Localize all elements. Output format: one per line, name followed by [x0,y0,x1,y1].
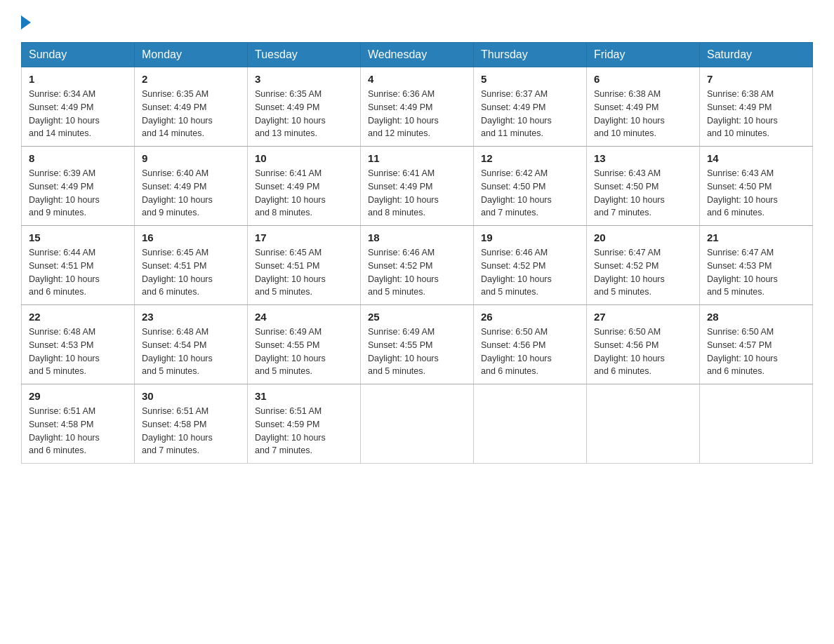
day-info: Sunrise: 6:43 AMSunset: 4:50 PMDaylight:… [707,168,778,217]
calendar-cell: 17 Sunrise: 6:45 AMSunset: 4:51 PMDaylig… [248,226,361,305]
calendar-table: SundayMondayTuesdayWednesdayThursdayFrid… [21,42,813,464]
weekday-header-friday: Friday [587,43,700,67]
day-number: 4 [368,73,466,85]
day-number: 1 [29,73,127,85]
day-number: 7 [707,73,805,85]
day-number: 14 [707,152,805,164]
day-info: Sunrise: 6:34 AMSunset: 4:49 PMDaylight:… [29,89,100,138]
week-row-2: 8 Sunrise: 6:39 AMSunset: 4:49 PMDayligh… [22,147,813,226]
day-number: 6 [594,73,692,85]
calendar-cell: 26 Sunrise: 6:50 AMSunset: 4:56 PMDaylig… [474,305,587,384]
day-info: Sunrise: 6:36 AMSunset: 4:49 PMDaylight:… [368,89,439,138]
day-info: Sunrise: 6:49 AMSunset: 4:55 PMDaylight:… [255,327,326,376]
day-info: Sunrise: 6:39 AMSunset: 4:49 PMDaylight:… [29,168,100,217]
weekday-header-saturday: Saturday [700,43,813,67]
day-number: 8 [29,152,127,164]
calendar-cell: 6 Sunrise: 6:38 AMSunset: 4:49 PMDayligh… [587,67,700,147]
page-header [21,14,813,29]
calendar-cell: 16 Sunrise: 6:45 AMSunset: 4:51 PMDaylig… [135,226,248,305]
day-number: 18 [368,232,466,243]
calendar-cell: 4 Sunrise: 6:36 AMSunset: 4:49 PMDayligh… [361,67,474,147]
calendar-cell: 3 Sunrise: 6:35 AMSunset: 4:49 PMDayligh… [248,67,361,147]
logo [21,14,31,29]
calendar-cell: 7 Sunrise: 6:38 AMSunset: 4:49 PMDayligh… [700,67,813,147]
day-number: 31 [255,390,353,402]
calendar-cell: 29 Sunrise: 6:51 AMSunset: 4:58 PMDaylig… [22,384,135,464]
calendar-cell: 25 Sunrise: 6:49 AMSunset: 4:55 PMDaylig… [361,305,474,384]
calendar-cell: 15 Sunrise: 6:44 AMSunset: 4:51 PMDaylig… [22,226,135,305]
day-info: Sunrise: 6:48 AMSunset: 4:54 PMDaylight:… [142,327,213,376]
calendar-cell: 23 Sunrise: 6:48 AMSunset: 4:54 PMDaylig… [135,305,248,384]
week-row-5: 29 Sunrise: 6:51 AMSunset: 4:58 PMDaylig… [22,384,813,464]
day-number: 28 [707,311,805,323]
calendar-cell [474,384,587,464]
calendar-cell: 28 Sunrise: 6:50 AMSunset: 4:57 PMDaylig… [700,305,813,384]
day-number: 29 [29,390,127,402]
day-number: 24 [255,311,353,323]
calendar-cell: 11 Sunrise: 6:41 AMSunset: 4:49 PMDaylig… [361,147,474,226]
day-number: 5 [481,73,579,85]
weekday-header-monday: Monday [135,43,248,67]
day-number: 16 [142,232,240,243]
day-number: 21 [707,232,805,243]
calendar-cell: 27 Sunrise: 6:50 AMSunset: 4:56 PMDaylig… [587,305,700,384]
day-info: Sunrise: 6:42 AMSunset: 4:50 PMDaylight:… [481,168,552,217]
calendar-cell: 8 Sunrise: 6:39 AMSunset: 4:49 PMDayligh… [22,147,135,226]
day-number: 15 [29,232,127,243]
day-number: 11 [368,152,466,164]
calendar-cell: 18 Sunrise: 6:46 AMSunset: 4:52 PMDaylig… [361,226,474,305]
calendar-cell: 12 Sunrise: 6:42 AMSunset: 4:50 PMDaylig… [474,147,587,226]
day-info: Sunrise: 6:51 AMSunset: 4:59 PMDaylight:… [255,406,326,455]
day-info: Sunrise: 6:38 AMSunset: 4:49 PMDaylight:… [594,89,665,138]
day-info: Sunrise: 6:37 AMSunset: 4:49 PMDaylight:… [481,89,552,138]
day-info: Sunrise: 6:41 AMSunset: 4:49 PMDaylight:… [255,168,326,217]
calendar-cell: 2 Sunrise: 6:35 AMSunset: 4:49 PMDayligh… [135,67,248,147]
calendar-cell [587,384,700,464]
day-number: 23 [142,311,240,323]
day-number: 12 [481,152,579,164]
day-info: Sunrise: 6:43 AMSunset: 4:50 PMDaylight:… [594,168,665,217]
calendar-cell: 10 Sunrise: 6:41 AMSunset: 4:49 PMDaylig… [248,147,361,226]
week-row-4: 22 Sunrise: 6:48 AMSunset: 4:53 PMDaylig… [22,305,813,384]
day-number: 2 [142,73,240,85]
day-info: Sunrise: 6:47 AMSunset: 4:53 PMDaylight:… [707,248,778,297]
calendar-cell: 13 Sunrise: 6:43 AMSunset: 4:50 PMDaylig… [587,147,700,226]
day-info: Sunrise: 6:47 AMSunset: 4:52 PMDaylight:… [594,248,665,297]
logo-arrow-icon [21,15,31,29]
weekday-header-tuesday: Tuesday [248,43,361,67]
day-info: Sunrise: 6:35 AMSunset: 4:49 PMDaylight:… [255,89,326,138]
calendar-cell: 19 Sunrise: 6:46 AMSunset: 4:52 PMDaylig… [474,226,587,305]
calendar-cell: 30 Sunrise: 6:51 AMSunset: 4:58 PMDaylig… [135,384,248,464]
calendar-cell [361,384,474,464]
calendar-cell [700,384,813,464]
day-number: 3 [255,73,353,85]
day-info: Sunrise: 6:48 AMSunset: 4:53 PMDaylight:… [29,327,100,376]
calendar-cell: 22 Sunrise: 6:48 AMSunset: 4:53 PMDaylig… [22,305,135,384]
weekday-header-thursday: Thursday [474,43,587,67]
day-info: Sunrise: 6:51 AMSunset: 4:58 PMDaylight:… [142,406,213,455]
day-number: 17 [255,232,353,243]
weekday-header-row: SundayMondayTuesdayWednesdayThursdayFrid… [22,43,813,67]
day-info: Sunrise: 6:46 AMSunset: 4:52 PMDaylight:… [368,248,439,297]
day-info: Sunrise: 6:35 AMSunset: 4:49 PMDaylight:… [142,89,213,138]
day-info: Sunrise: 6:45 AMSunset: 4:51 PMDaylight:… [255,248,326,297]
day-number: 9 [142,152,240,164]
day-info: Sunrise: 6:40 AMSunset: 4:49 PMDaylight:… [142,168,213,217]
day-number: 26 [481,311,579,323]
day-number: 30 [142,390,240,402]
day-info: Sunrise: 6:49 AMSunset: 4:55 PMDaylight:… [368,327,439,376]
calendar-cell: 14 Sunrise: 6:43 AMSunset: 4:50 PMDaylig… [700,147,813,226]
calendar-cell: 9 Sunrise: 6:40 AMSunset: 4:49 PMDayligh… [135,147,248,226]
week-row-3: 15 Sunrise: 6:44 AMSunset: 4:51 PMDaylig… [22,226,813,305]
day-info: Sunrise: 6:50 AMSunset: 4:56 PMDaylight:… [594,327,665,376]
day-number: 13 [594,152,692,164]
calendar-cell: 1 Sunrise: 6:34 AMSunset: 4:49 PMDayligh… [22,67,135,147]
day-info: Sunrise: 6:50 AMSunset: 4:57 PMDaylight:… [707,327,778,376]
calendar-cell: 20 Sunrise: 6:47 AMSunset: 4:52 PMDaylig… [587,226,700,305]
week-row-1: 1 Sunrise: 6:34 AMSunset: 4:49 PMDayligh… [22,67,813,147]
day-number: 19 [481,232,579,243]
calendar-cell: 21 Sunrise: 6:47 AMSunset: 4:53 PMDaylig… [700,226,813,305]
day-number: 22 [29,311,127,323]
day-info: Sunrise: 6:46 AMSunset: 4:52 PMDaylight:… [481,248,552,297]
day-number: 20 [594,232,692,243]
